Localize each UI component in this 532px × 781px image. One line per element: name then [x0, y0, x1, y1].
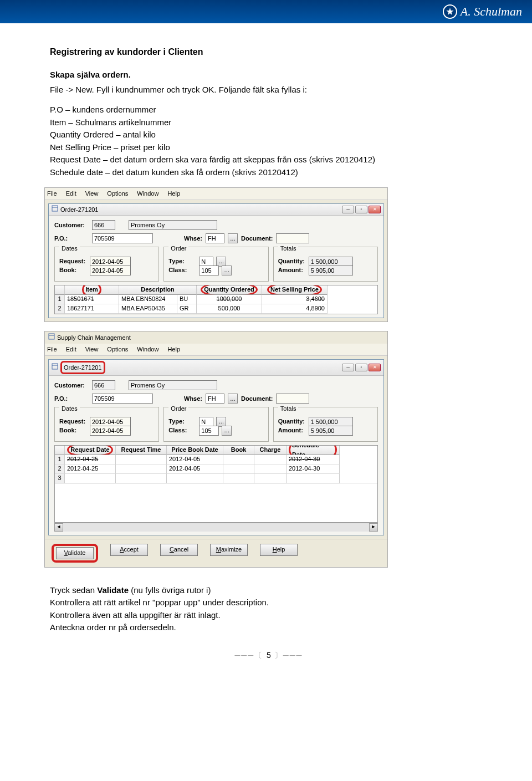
cell-rt [116, 474, 167, 483]
order-legend: Order [168, 245, 188, 252]
col-request-date: Request Date [67, 446, 112, 455]
menu-file[interactable]: File [47, 345, 57, 354]
cell-item: 18501671 [65, 295, 119, 304]
doc-list-3: Quantity Ordered – antal kilo [50, 129, 488, 141]
menu-edit[interactable]: Edit [66, 345, 76, 354]
table-row[interactable]: 3 [55, 474, 377, 483]
validate-button[interactable]: Validate [56, 547, 94, 559]
customer-name-field[interactable] [129, 380, 217, 390]
whse-field[interactable] [206, 394, 224, 404]
table-row[interactable]: 1 2012-04-25 2012-04-05 2012-04-30 [55, 455, 377, 464]
col-rownum [55, 285, 65, 295]
cell-qo: 1000,000 [197, 295, 262, 304]
class-lookup-button[interactable]: … [222, 426, 232, 436]
order-legend: Order [168, 405, 188, 412]
window-icon [52, 205, 58, 215]
menu-options[interactable]: Options [107, 345, 128, 354]
page-footer: ───〔 5 〕─── [50, 650, 488, 661]
whse-lookup-button[interactable]: … [228, 394, 238, 404]
post-line-2: Kontrollera att rätt artikel nr "poppar … [50, 596, 488, 609]
minimize-button[interactable]: ─ [342, 206, 354, 213]
h-scrollbar[interactable]: ◄ ► [54, 523, 378, 532]
whse-label: Whse: [184, 234, 202, 243]
menu-window[interactable]: Window [137, 345, 158, 354]
po-field[interactable] [92, 233, 153, 243]
po-field[interactable] [92, 394, 153, 404]
help-button[interactable]: Help [260, 544, 298, 556]
doc-line-1: File -> New. Fyll i kundnummer och tryck… [50, 84, 488, 96]
cancel-button[interactable]: Cancel [160, 544, 198, 556]
book-label: Book: [59, 266, 87, 275]
minimize-button[interactable]: ─ [342, 364, 354, 371]
table-row[interactable]: 1 18501671 MBA EBN50824 BU 1000,000 3,46… [55, 295, 377, 304]
doc-list-6: Schedule date – det datum kunden ska få … [50, 166, 488, 179]
svg-marker-0 [446, 8, 453, 15]
cell-item: 18627171 [65, 304, 119, 314]
accept-button[interactable]: Accept [110, 544, 148, 556]
inner-window-2: Order-271201 ─ ▫ ✕ Customer: P.O.: Whse [48, 359, 384, 535]
close-button[interactable]: ✕ [369, 364, 381, 371]
menu-help[interactable]: Help [167, 345, 180, 354]
document-field[interactable] [276, 394, 309, 404]
row-number: 3 [55, 474, 65, 483]
menubar-2: File Edit View Options Window Help [45, 344, 387, 356]
type-label: Type: [168, 257, 196, 266]
svg-rect-5 [52, 364, 58, 369]
window-title-2: Order-271201 [60, 361, 105, 375]
doc-subtitle: Skapa själva ordern. [50, 69, 488, 81]
col-net-selling-price: Net Selling Price [267, 285, 322, 295]
customer-name-field[interactable] [129, 220, 217, 230]
menubar-1: File Edit View Options Window Help [45, 188, 387, 200]
document-field[interactable] [276, 233, 309, 243]
scroll-left-icon[interactable]: ◄ [54, 523, 63, 532]
class-field[interactable] [199, 266, 219, 275]
page-number: 5 [267, 651, 271, 660]
cell-nsp: 4,8900 [262, 304, 328, 314]
cell-rd: 2012-04-25 [65, 464, 116, 474]
menu-help[interactable]: Help [167, 189, 180, 198]
close-button[interactable]: ✕ [369, 206, 381, 213]
menu-file[interactable]: File [47, 189, 57, 198]
customer-id-field[interactable] [92, 220, 115, 230]
book-field[interactable] [90, 426, 131, 436]
menu-window[interactable]: Window [137, 189, 158, 198]
maximize-action-button[interactable]: Maximize [210, 544, 248, 556]
inner-window-1: Order-271201 ─ ▫ ✕ Customer: P.O.: Whse [48, 203, 384, 318]
book-label: Book: [59, 426, 87, 435]
amount-field [309, 426, 353, 436]
cell-ch [254, 455, 287, 464]
menu-options[interactable]: Options [107, 189, 128, 198]
dates-legend: Dates [59, 405, 80, 412]
book-field[interactable] [90, 266, 131, 275]
menu-view[interactable]: View [85, 345, 99, 354]
dates-group: Dates Request: Book: [54, 407, 159, 442]
scroll-right-icon[interactable]: ► [369, 523, 378, 532]
col-price-book-date: Price Book Date [167, 446, 223, 455]
col-book: Book [223, 446, 254, 455]
maximize-button[interactable]: ▫ [355, 364, 367, 371]
cell-sd: 2012-04-30 [287, 464, 340, 474]
table-row[interactable]: 2 18627171 MBA EAP50435 GR 500,000 4,890… [55, 304, 377, 314]
window-title-1: Order-271201 [60, 205, 99, 215]
window-icon [52, 363, 58, 372]
class-field[interactable] [199, 426, 219, 436]
cell-nsp: 3,4600 [262, 295, 328, 304]
whse-field[interactable] [206, 233, 224, 243]
col-request-time: Request Time [116, 446, 167, 455]
cell-pbd: 2012-04-05 [167, 455, 223, 464]
svg-rect-3 [49, 334, 54, 339]
amount-label: Amount: [278, 426, 306, 435]
menu-edit[interactable]: Edit [66, 189, 76, 198]
po-label: P.O.: [54, 234, 89, 243]
whse-lookup-button[interactable]: … [228, 233, 238, 243]
cell-sd: 2012-04-30 [287, 455, 340, 464]
maximize-button[interactable]: ▫ [355, 206, 367, 213]
menu-view[interactable]: View [85, 189, 99, 198]
table-row[interactable]: 2 2012-04-25 2012-04-05 2012-04-30 [55, 464, 377, 474]
customer-id-field[interactable] [92, 380, 115, 390]
class-lookup-button[interactable]: … [222, 266, 232, 275]
cell-qo: 500,000 [197, 304, 262, 314]
quantity-label: Quantity: [278, 417, 306, 426]
col-item: Item [82, 285, 101, 295]
customer-label: Customer: [54, 221, 89, 230]
